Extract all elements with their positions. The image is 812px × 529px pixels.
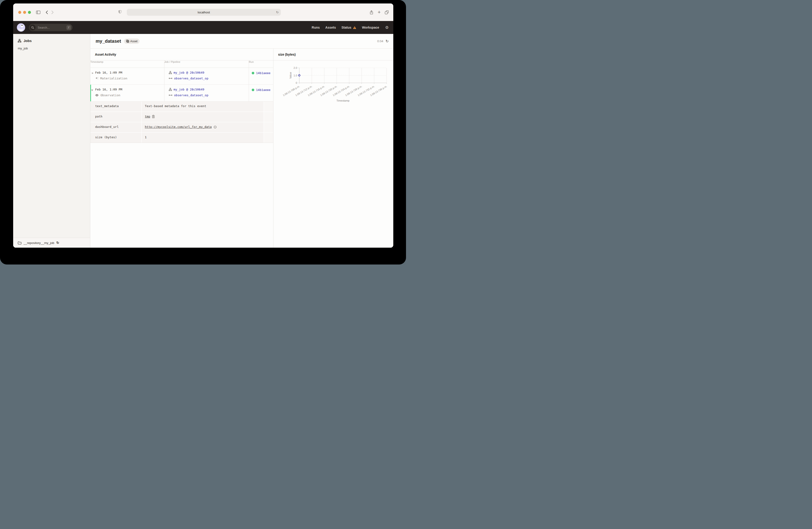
forward-button[interactable] xyxy=(51,10,54,14)
asset-activity-heading: Asset Activity xyxy=(90,49,273,60)
tab-overview-icon[interactable] xyxy=(385,10,389,14)
external-link-icon[interactable] xyxy=(214,126,217,129)
dagster-logo[interactable] xyxy=(17,23,25,32)
svg-text:2.0: 2.0 xyxy=(293,67,297,69)
gear-icon[interactable]: ⚙ xyxy=(385,25,389,30)
nav-workspace[interactable]: Workspace xyxy=(362,26,379,29)
page-title: my_dataset xyxy=(96,39,121,44)
search-box[interactable]: / xyxy=(29,24,73,31)
metadata-path-link[interactable]: tmp xyxy=(145,115,150,118)
metadata-url-link[interactable]: http://mycoolsite.com/url_for_my_data xyxy=(145,125,212,129)
col-job-pipeline: Job / Pipeline xyxy=(164,60,249,68)
run-status-dot xyxy=(252,72,254,74)
svg-text:Value: Value xyxy=(289,72,292,79)
traffic-light-0[interactable] xyxy=(18,11,21,14)
op-icon xyxy=(169,77,172,79)
elapsed-time: 0:04 xyxy=(377,40,383,43)
run-status-dot xyxy=(252,89,254,91)
materialization-icon xyxy=(95,77,98,80)
sidebar-toggle-icon[interactable] xyxy=(36,11,40,14)
svg-text:0: 0 xyxy=(296,82,297,84)
repository-name: __repository__my_job xyxy=(24,241,54,245)
repository-reload-icon[interactable]: ↻ xyxy=(56,241,59,245)
job-link[interactable]: my_job @ 28c50649 xyxy=(174,88,204,91)
metadata-row: text_metadata Text-based metadata for th… xyxy=(90,102,273,112)
new-tab-icon[interactable]: + xyxy=(378,10,381,15)
metadata-key: size (bytes) xyxy=(90,133,141,143)
event-type: Materialization xyxy=(100,77,127,80)
url-bar[interactable]: localhost ↻ xyxy=(127,9,281,16)
job-icon xyxy=(169,71,172,74)
header-nav: ⚙ RunsAssetsStatusWorkspace xyxy=(312,25,393,30)
size-bytes-chart: 2.01.001:09:13.708 p.m.1:09:13.712 p.m.1… xyxy=(273,60,393,105)
traffic-lights xyxy=(18,11,31,14)
reload-icon[interactable]: ↻ xyxy=(276,10,279,14)
nav-assets[interactable]: Assets xyxy=(325,26,336,29)
event-row-observation: Feb 16, 1:09 PM Observation xyxy=(90,85,273,101)
search-input[interactable] xyxy=(38,26,62,29)
metadata-row: dashboard_url http://mycoolsite.com/url_… xyxy=(90,122,273,132)
asset-tag: Asset xyxy=(124,39,140,44)
metadata-value: Text-based metadata for this event xyxy=(145,104,206,108)
asset-table-icon xyxy=(126,40,129,43)
expand-arrow-icon[interactable] xyxy=(92,72,93,74)
copy-icon[interactable] xyxy=(152,115,155,118)
event-type: Observation xyxy=(100,93,120,97)
size-chart-svg: 2.01.001:09:13.708 p.m.1:09:13.712 p.m.1… xyxy=(273,60,393,104)
nav-status[interactable]: Status xyxy=(342,26,357,29)
metadata-key: text_metadata xyxy=(90,102,141,112)
metadata-row: path tmp xyxy=(90,112,273,122)
run-id-link[interactable]: 14b1aeee xyxy=(256,88,271,92)
privacy-shield-icon[interactable] xyxy=(118,10,122,15)
event-metadata-table: text_metadata Text-based metadata for th… xyxy=(90,102,273,143)
asset-activity-panel: Asset Activity Timestamp Job / Pipeline … xyxy=(90,49,273,248)
repository-bar[interactable]: __repository__my_job ↻ xyxy=(13,238,90,248)
search-shortcut-badge: / xyxy=(67,25,71,30)
folder-icon xyxy=(18,241,21,245)
op-icon xyxy=(169,94,172,96)
event-row-materialization: Feb 16, 1:09 PM Materialization xyxy=(90,68,273,85)
sidebar: Jobs my_job __repository__my_job ↻ xyxy=(13,34,90,248)
collapse-arrow-icon[interactable] xyxy=(91,90,93,91)
browser-toolbar: localhost ↻ + xyxy=(13,3,393,21)
asset-title-row: my_dataset Asset 0:04 ↻ xyxy=(90,34,393,49)
jobs-icon xyxy=(18,39,21,43)
svg-text:Timestamp: Timestamp xyxy=(336,99,349,102)
chart-title: size (bytes) xyxy=(273,49,393,60)
run-id-link[interactable]: 14b1aeee xyxy=(256,71,271,75)
share-icon[interactable] xyxy=(369,10,374,15)
asset-activity-table: Timestamp Job / Pipeline Run Feb 16, 1:0… xyxy=(90,60,273,102)
asset-tag-label: Asset xyxy=(130,40,137,43)
warning-icon xyxy=(353,26,356,29)
browser-window: localhost ↻ + xyxy=(13,3,393,248)
search-icon xyxy=(30,25,35,30)
metadata-plots-panel: size (bytes) 2.01.001:09:13.708 p.m.1:09… xyxy=(273,49,393,248)
metadata-key: dashboard_url xyxy=(90,122,141,132)
refresh-icon[interactable]: ↻ xyxy=(386,39,389,43)
op-link[interactable]: observes_dataset_op xyxy=(174,93,208,97)
op-link[interactable]: observes_dataset_op xyxy=(174,77,208,80)
app-header: / ⚙ RunsAssetsStatusWorkspace xyxy=(13,21,393,34)
col-run: Run xyxy=(249,60,273,68)
job-icon xyxy=(169,88,172,91)
job-link[interactable]: my_job @ 28c50649 xyxy=(174,71,204,74)
metadata-row: size (bytes) 1 xyxy=(90,133,273,143)
back-button[interactable] xyxy=(45,10,48,14)
sidebar-section-title: Jobs xyxy=(24,39,32,43)
traffic-light-2[interactable] xyxy=(28,11,31,14)
event-timestamp: Feb 16, 1:09 PM xyxy=(95,88,164,91)
observation-eye-icon xyxy=(95,94,99,97)
traffic-light-1[interactable] xyxy=(23,11,26,14)
event-timestamp: Feb 16, 1:09 PM xyxy=(95,71,164,74)
sidebar-item-my-job[interactable]: my_job xyxy=(18,47,90,50)
table-header-row: Timestamp Job / Pipeline Run xyxy=(90,60,273,68)
col-timestamp: Timestamp xyxy=(90,60,164,68)
metadata-value: 1 xyxy=(145,135,147,139)
url-text: localhost xyxy=(198,11,210,14)
data-point xyxy=(299,75,300,76)
metadata-key: path xyxy=(90,112,141,122)
svg-text:1.0: 1.0 xyxy=(293,74,297,77)
nav-runs[interactable]: Runs xyxy=(312,26,320,29)
